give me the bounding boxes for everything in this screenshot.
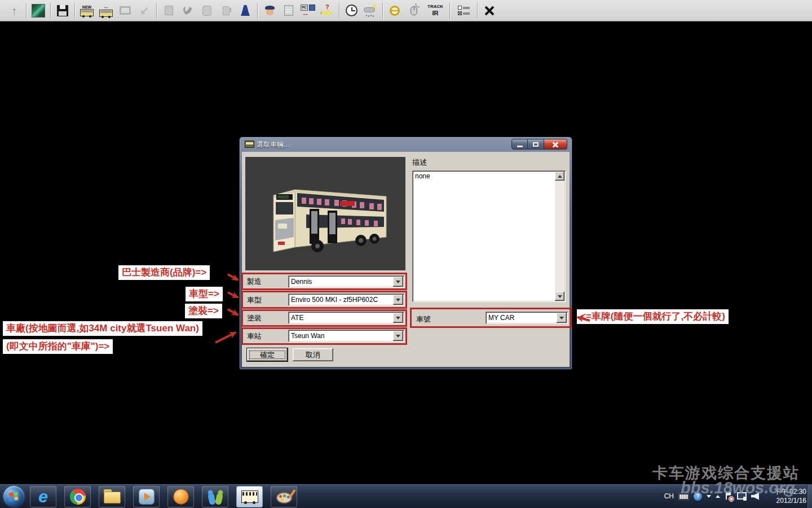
repair-button[interactable]	[179, 2, 196, 19]
model-label: 車型	[247, 295, 262, 305]
depot-combobox[interactable]: Tseun Wan	[288, 330, 404, 342]
driver-swap-icon	[309, 5, 315, 11]
dialog-title: 選取車輛...	[257, 140, 289, 150]
chevron-down-icon	[396, 317, 400, 319]
windows-logo-icon	[9, 492, 19, 501]
maximize-button[interactable]	[528, 139, 544, 150]
scroll-up-icon	[558, 175, 562, 178]
new-bus-icon	[80, 9, 94, 16]
network-icon[interactable]	[737, 492, 747, 501]
keyboard-icon[interactable]	[678, 493, 689, 500]
livery-value: ATE	[291, 314, 392, 322]
show-desktop-button[interactable]	[807, 484, 812, 508]
yellow-arrow-icon	[321, 10, 332, 16]
close-icon	[552, 141, 559, 148]
scroll-up-button[interactable]	[555, 172, 564, 181]
taskbar-item-explorer[interactable]	[99, 486, 125, 507]
taskbar-item-game-center[interactable]	[167, 486, 194, 507]
options-checkboxes[interactable]	[453, 2, 474, 19]
ok-button[interactable]: 確定	[247, 348, 288, 361]
clock-button[interactable]	[343, 2, 360, 19]
toolbar-separator	[50, 3, 51, 19]
description-label: 描述	[412, 157, 427, 168]
dropdown-button[interactable]	[393, 277, 403, 287]
cargo-button-disabled	[198, 2, 215, 19]
toolbar-separator	[74, 3, 75, 19]
close-button[interactable]	[544, 139, 567, 150]
weather-icon	[364, 5, 377, 16]
taskbar-item-media-player[interactable]	[133, 486, 160, 507]
livery-combobox[interactable]: ATE	[288, 312, 404, 324]
wrench-icon	[183, 6, 193, 16]
chevron-down-icon	[396, 299, 400, 301]
swap-bus-button[interactable]: ↔	[98, 2, 114, 19]
manufacturer-combobox[interactable]: Dennis	[288, 275, 404, 288]
clock-time: 下午 02:30	[766, 487, 806, 496]
mouse-button[interactable]	[405, 2, 422, 19]
bus-preview-image	[245, 157, 405, 270]
question-arrow-icon: ?	[321, 5, 333, 17]
cancel-button[interactable]: 取消	[293, 348, 333, 361]
desktop: ↑ NEW ↔ ↙ PC ↔	[0, 0, 812, 508]
toolbar-separator	[156, 3, 157, 19]
action-center-flag-icon[interactable]	[725, 492, 732, 501]
messenger-icon	[208, 490, 223, 503]
manufacturer-value: Dennis	[291, 278, 392, 286]
question-mark: ?	[325, 3, 329, 10]
save-button[interactable]	[54, 2, 71, 19]
help-icon[interactable]: ?	[694, 492, 702, 501]
map-button[interactable]	[30, 2, 47, 19]
save-icon	[57, 5, 68, 16]
taskbar-item-paint[interactable]	[271, 486, 297, 507]
scroll-down-icon	[558, 295, 562, 298]
cone-button[interactable]	[237, 2, 254, 19]
depot-value: Tseun Wan	[291, 332, 392, 340]
weather-button[interactable]	[362, 2, 379, 19]
description-scrollbar[interactable]	[555, 172, 564, 301]
steering-button[interactable]	[386, 2, 403, 19]
chevron-up-icon[interactable]	[716, 495, 720, 498]
bus-tool-icon	[241, 491, 258, 503]
dialog-bus-icon	[245, 141, 254, 148]
checkboxes-icon	[458, 6, 470, 15]
up-arrow-button[interactable]: ↑	[6, 2, 23, 19]
plate-combobox[interactable]: MY CAR	[486, 312, 568, 324]
minimize-button[interactable]	[511, 139, 528, 150]
volume-icon[interactable]	[751, 493, 759, 500]
new-label: NEW	[82, 5, 91, 9]
exit-button[interactable]	[481, 2, 498, 19]
dropdown-button[interactable]	[393, 313, 403, 323]
trackir-button[interactable]: TRACK IR	[425, 2, 446, 19]
toolbar-separator	[477, 3, 478, 19]
taskbar-item-messenger[interactable]	[202, 486, 228, 507]
maximize-icon	[533, 142, 539, 147]
list-button[interactable]	[280, 2, 297, 19]
taskbar-clock[interactable]: 下午 02:30 2012/1/16	[766, 487, 806, 505]
description-textarea[interactable]: none	[412, 170, 566, 302]
description-text: none	[415, 172, 430, 180]
dropdown-button[interactable]	[393, 295, 403, 305]
dropdown-button[interactable]	[393, 331, 403, 341]
chevron-down-icon[interactable]	[707, 495, 711, 498]
plate-label: 車號	[416, 314, 431, 325]
language-indicator[interactable]: CH	[664, 492, 674, 500]
pc-swap-icon: PC ↔	[301, 5, 315, 17]
start-button[interactable]	[3, 486, 24, 507]
driver-button[interactable]	[261, 2, 278, 19]
toolbar-separator	[339, 3, 339, 19]
driver-icon	[264, 5, 275, 16]
pc-swap-button[interactable]: PC ↔	[299, 2, 316, 19]
dropdown-button[interactable]	[557, 313, 567, 323]
taskbar-item-chrome[interactable]	[64, 486, 91, 507]
taskbar-item-bus-tool-active[interactable]	[236, 486, 263, 507]
red-arrows-icon: ↔	[302, 10, 309, 17]
minimize-icon	[517, 146, 523, 147]
help-arrow-button[interactable]: ?	[319, 2, 336, 19]
model-combobox[interactable]: Enviro 500 MKI - zf5HP602C	[288, 294, 404, 306]
toolbar-separator	[382, 3, 383, 19]
new-bus-button[interactable]: NEW	[78, 2, 95, 19]
dialog-body: 描述 none 製造 Dennis 車型 Enviro 500 MKI - zf…	[242, 152, 570, 367]
scroll-down-button[interactable]	[555, 292, 564, 301]
frame-icon	[120, 6, 131, 15]
taskbar-item-internet-explorer[interactable]: e	[30, 486, 56, 507]
